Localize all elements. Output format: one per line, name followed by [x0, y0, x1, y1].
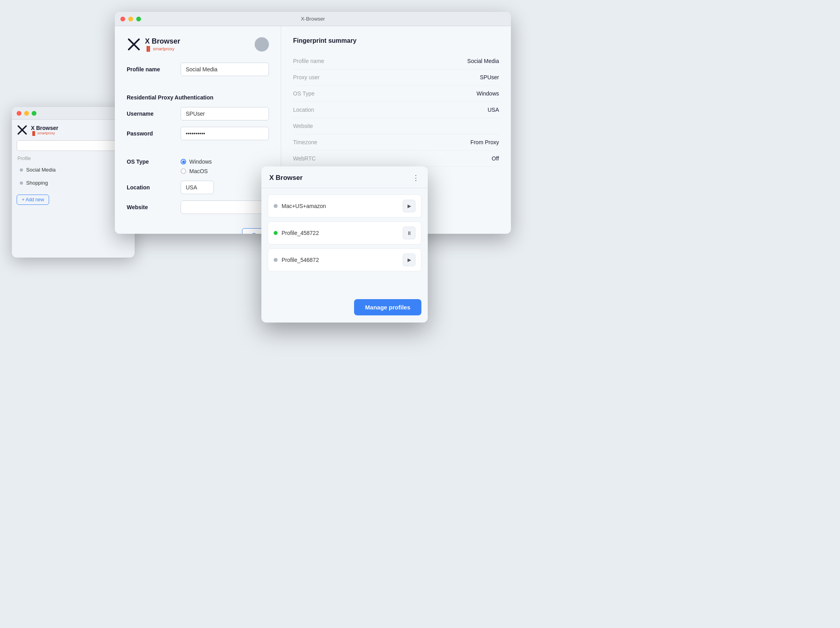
radio-macos[interactable] — [181, 168, 186, 174]
password-row: Password — [127, 127, 269, 140]
main-brand-sub: ▐▌ smartproxy — [145, 46, 180, 52]
popup-spacer — [261, 278, 428, 294]
popup-window: X Browser ⋮ Mac+US+amazon ▶ Profile_4587… — [261, 166, 428, 323]
summary-row: Profile name Social Media — [293, 53, 499, 69]
summary-row: Website — [293, 118, 499, 134]
list-item: Profile_458722 ⏸ — [268, 221, 421, 244]
summary-value: Social Media — [467, 58, 499, 64]
popup-header: X Browser ⋮ — [261, 166, 428, 188]
back-brand-sub: ▐▌ smartproxy — [31, 131, 58, 136]
summary-row: Location USA — [293, 102, 499, 118]
password-label: Password — [127, 130, 174, 137]
xbrowser-logo-small — [17, 124, 28, 136]
back-profile-list: Social Media Shopping — [17, 164, 130, 188]
popup-profiles-list: Mac+US+amazon ▶ Profile_458722 ⏸ Profile… — [261, 188, 428, 278]
back-search-input[interactable] — [20, 143, 120, 149]
minimize-dot[interactable] — [128, 17, 133, 21]
summary-row: Timezone From Proxy — [293, 134, 499, 151]
summary-row: OS Type Windows — [293, 86, 499, 102]
profile-name: Mac+US+amazon — [282, 203, 326, 209]
profile-left: Profile_546872 — [274, 257, 319, 263]
radio-windows[interactable] — [181, 159, 186, 164]
summary-value: SPUser — [480, 74, 499, 80]
status-dot — [20, 168, 23, 172]
popup-footer: Manage profiles — [261, 294, 428, 323]
back-profile-label: Profile — [17, 156, 130, 161]
close-dot[interactable] — [120, 17, 125, 21]
os-type-label: OS Type — [127, 158, 174, 165]
website-input[interactable] — [181, 200, 269, 214]
pause-button[interactable]: ⏸ — [403, 227, 415, 239]
profile-name-label: Profile name — [127, 66, 174, 73]
website-row: Website — [127, 200, 269, 214]
summary-value: Windows — [476, 90, 499, 97]
section-title: Residential Proxy Authentication — [127, 94, 269, 101]
location-select[interactable]: USA UK Germany France — [181, 181, 214, 194]
os-macos-option[interactable]: MacOS — [181, 168, 212, 174]
summary-value: From Proxy — [470, 139, 499, 145]
main-titlebar: X-Browser — [115, 12, 511, 26]
summary-value: Off — [492, 155, 499, 162]
summary-row: WebRTC Off — [293, 151, 499, 167]
summary-key: OS Type — [293, 90, 314, 97]
profile-name: Profile_458722 — [282, 230, 319, 236]
popup-title: X Browser — [269, 174, 303, 182]
summary-title: Fingerprint summary — [293, 37, 499, 44]
summary-key: Location — [293, 107, 314, 113]
main-titlebar-title: X-Browser — [301, 16, 325, 22]
os-type-row: OS Type Windows MacOS — [127, 158, 269, 174]
location-row: Location USA UK Germany France — [127, 181, 269, 194]
form-brand: X Browser ▐▌ smartproxy — [127, 37, 269, 52]
profile-left: Mac+US+amazon — [274, 203, 326, 209]
password-input[interactable] — [181, 127, 269, 140]
summary-row: Proxy user SPUser — [293, 69, 499, 86]
username-label: Username — [127, 111, 174, 117]
close-dot[interactable] — [17, 111, 21, 116]
play-button[interactable]: ▶ — [403, 200, 415, 212]
status-dot — [274, 204, 278, 208]
form-panel: X Browser ▐▌ smartproxy Profile name Res… — [115, 26, 281, 234]
os-windows-label: Windows — [189, 158, 212, 165]
back-brand-name: X Browser — [31, 125, 58, 131]
summary-key: Profile name — [293, 58, 324, 64]
form-actions: Ca — [127, 228, 269, 234]
back-search-bar[interactable]: 🔍 — [17, 140, 130, 151]
back-brand: X Browser ▐▌ smartproxy — [17, 124, 130, 136]
profile-left: Profile_458722 — [274, 230, 319, 236]
avatar — [255, 37, 269, 52]
location-select-wrapper: USA UK Germany France — [181, 181, 269, 194]
profile-name: Profile_546872 — [282, 257, 319, 263]
list-item: Mac+US+amazon ▶ — [268, 195, 421, 218]
manage-profiles-button[interactable]: Manage profiles — [354, 299, 421, 315]
maximize-dot[interactable] — [32, 111, 36, 116]
minimize-dot[interactable] — [24, 111, 29, 116]
list-item[interactable]: Shopping — [17, 178, 130, 188]
play-button[interactable]: ▶ — [403, 254, 415, 266]
summary-key: Website — [293, 123, 313, 129]
status-dot — [274, 231, 278, 235]
profile-name-input[interactable] — [181, 63, 269, 76]
profile-name: Social Media — [26, 167, 55, 173]
website-label: Website — [127, 204, 174, 210]
maximize-dot[interactable] — [136, 17, 141, 21]
username-input[interactable] — [181, 107, 269, 120]
add-new-button[interactable]: + Add new — [17, 195, 49, 205]
os-macos-label: MacOS — [189, 168, 208, 174]
xbrowser-logo-main — [127, 37, 141, 52]
profile-name: Shopping — [26, 180, 48, 186]
main-brand-name: X Browser — [145, 37, 180, 46]
summary-key: Proxy user — [293, 74, 320, 80]
status-dot — [274, 258, 278, 262]
os-windows-option[interactable]: Windows — [181, 158, 212, 165]
summary-key: WebRTC — [293, 155, 316, 162]
status-dot — [20, 181, 23, 185]
os-options: Windows MacOS — [181, 158, 212, 174]
location-label: Location — [127, 184, 174, 191]
summary-value: USA — [488, 107, 499, 113]
username-row: Username — [127, 107, 269, 120]
list-item[interactable]: Social Media — [17, 164, 130, 175]
more-options-icon[interactable]: ⋮ — [412, 174, 420, 182]
list-item: Profile_546872 ▶ — [268, 248, 421, 271]
summary-key: Timezone — [293, 139, 317, 145]
profile-name-row: Profile name — [127, 63, 269, 76]
